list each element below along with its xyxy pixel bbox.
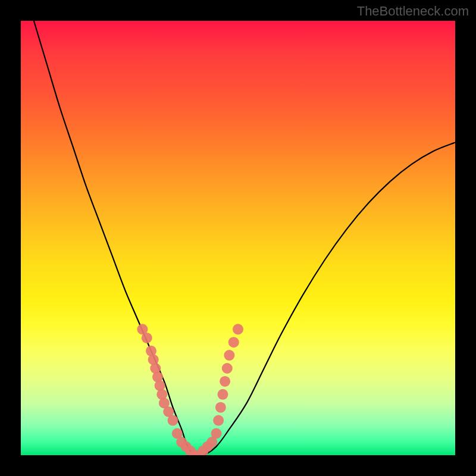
marker-dot	[224, 350, 234, 361]
marker-dot	[215, 402, 226, 413]
curve-markers	[137, 324, 243, 455]
marker-dot	[211, 428, 222, 439]
bottleneck-curve	[34, 21, 455, 455]
marker-dot	[228, 337, 239, 347]
marker-dot	[142, 333, 152, 343]
attribution-text: TheBottleneck.com	[357, 4, 469, 19]
marker-dot	[217, 389, 228, 400]
marker-dot	[233, 324, 243, 334]
marker-dot	[168, 415, 178, 426]
marker-dot	[222, 363, 233, 374]
marker-dot	[220, 376, 230, 387]
plot-area	[21, 21, 455, 455]
marker-dot	[213, 415, 224, 426]
chart-svg	[21, 21, 455, 455]
